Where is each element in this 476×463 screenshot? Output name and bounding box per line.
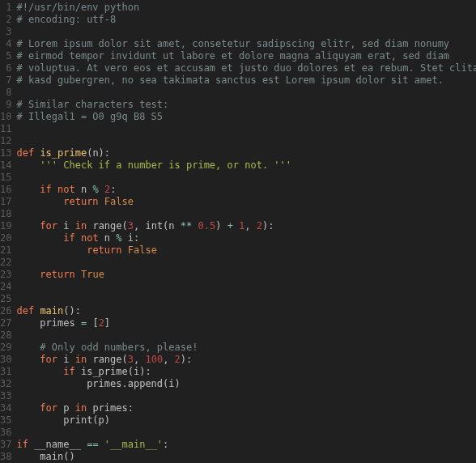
code-line: for p in primes: [16,402,476,414]
code-line: # encoding: utf-8 [16,14,476,26]
code-token-kw: return [63,196,98,207]
line-number: 12 [0,135,11,147]
line-number: 28 [0,329,11,342]
line-number: 8 [0,87,11,99]
code-token-op: % [116,232,121,244]
code-token [99,184,104,195]
code-token-cm: # kasd gubergren, no sea takimata sanctu… [16,74,443,86]
code-line: if not n % i: [16,232,476,244]
code-token [16,159,40,171]
code-token-kw: def [16,147,34,159]
code-token [122,244,128,256]
code-editor: 1234567891011121314151617181920212223242… [0,0,476,463]
code-line: if is_prime(i): [16,366,476,378]
code-token-num: 3 [128,220,134,232]
code-token-kw: return [87,244,121,256]
code-token-str: '__main__' [104,439,163,450]
code-token-kw: def [16,305,34,316]
code-token-bool: False [128,244,157,256]
code-token: : [163,439,168,450]
code-token-op: == [87,439,98,450]
code-token: (n): [87,147,110,159]
code-token: : [110,184,116,195]
code-token: ): [262,220,274,232]
code-token [16,184,40,195]
line-number: 33 [0,390,11,402]
code-line: for i in range(3, int(n ** 0.5) + 1, 2): [16,220,476,232]
code-token: ) [215,220,227,232]
line-number: 1 [0,2,11,14]
code-token-fn: is_prime [40,147,87,159]
code-line: for i in range(3, 100, 2): [16,354,476,366]
line-number: 34 [0,402,11,414]
code-token: ] [104,317,110,329]
code-token-cm: #!/usr/bin/env python [16,2,139,13]
code-token [16,232,63,244]
code-token: __name__ [28,439,87,450]
code-token: p [57,402,75,414]
line-number: 20 [0,232,11,244]
code-content: #!/usr/bin/env python# encoding: utf-8 #… [16,2,476,463]
line-number: 2 [0,14,11,26]
code-line [16,329,476,342]
code-token-str: ''' Check if a number is prime, or not. … [40,159,291,171]
line-number: 13 [0,147,11,159]
code-line [16,208,476,220]
code-line [16,135,476,147]
code-token: [ [87,317,98,329]
code-line: #!/usr/bin/env python [16,2,476,14]
code-token-num: 0.5 [198,220,215,232]
code-token-kw: return [40,269,74,280]
code-line: # Similar characters test: [16,99,476,111]
code-token-op: % [92,184,98,195]
code-token-kw: for [40,402,57,414]
code-token-bool: False [104,196,134,207]
code-token: ): [181,354,192,365]
code-token: , [134,354,145,365]
line-number: 31 [0,366,11,378]
code-token-kw: for [40,220,57,232]
code-token-cm: # Illegal1 = O0 g9q B8 S5 [16,111,163,122]
code-token-kw: not [57,184,75,195]
code-token [16,366,63,377]
code-token-num: 3 [128,354,134,365]
code-line: def is_prime(n): [16,147,476,159]
code-line [16,123,476,135]
code-line: main() [16,451,476,463]
code-token-op: + [227,220,233,232]
code-token-num: 2 [99,317,104,329]
code-line: # kasd gubergren, no sea takimata sanctu… [16,74,476,87]
code-line: return False [16,196,476,208]
code-token-kw: in [75,402,87,414]
code-token [52,184,57,195]
code-token: n [99,232,117,244]
code-token: , [163,354,174,365]
line-number: 19 [0,220,11,232]
code-line [16,87,476,99]
line-number: 5 [0,50,11,62]
code-token-bool: True [81,269,104,280]
code-token [99,196,104,207]
code-line: primes = [2] [16,317,476,329]
line-number: 27 [0,317,11,329]
code-token: i [57,220,75,232]
code-token-kw: in [75,220,87,232]
code-line: if __name__ == '__main__': [16,439,476,451]
line-number: 9 [0,99,11,111]
code-token [16,269,40,280]
code-line: def main(): [16,305,476,317]
code-token: primes [16,317,80,329]
line-number: 10 [0,111,11,123]
code-line [16,293,476,305]
line-number: 6 [0,62,11,74]
code-line: return False [16,244,476,257]
code-line: # Only odd numbers, please! [16,342,476,354]
line-number: 15 [0,172,11,184]
code-token-num: 2 [175,354,181,365]
code-token [16,402,40,414]
code-token: range( [87,220,128,232]
code-token [75,232,81,244]
code-token-kw: if [63,232,74,244]
line-number: 24 [0,281,11,293]
code-token-kw: if [16,439,28,450]
